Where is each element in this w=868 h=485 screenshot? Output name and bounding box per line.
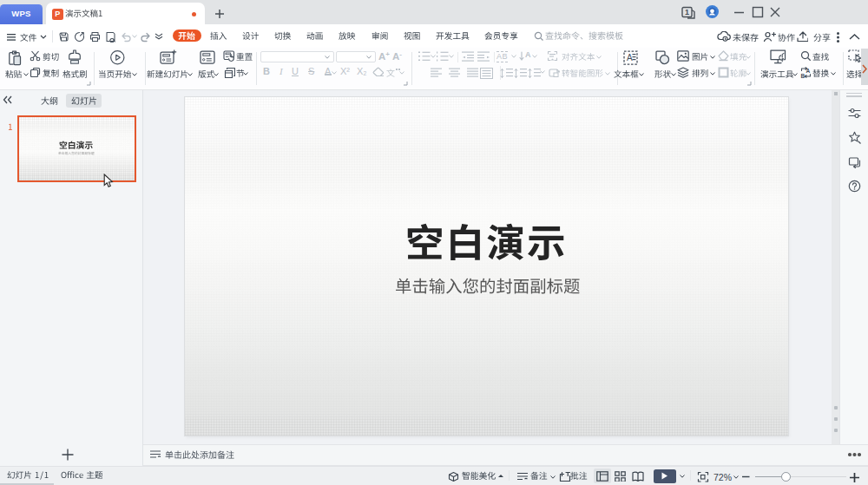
svg-text:B: B (801, 73, 806, 79)
svg-text:A: A (525, 50, 531, 59)
svg-text:A: A (806, 68, 811, 74)
svg-text:A: A (627, 52, 633, 62)
